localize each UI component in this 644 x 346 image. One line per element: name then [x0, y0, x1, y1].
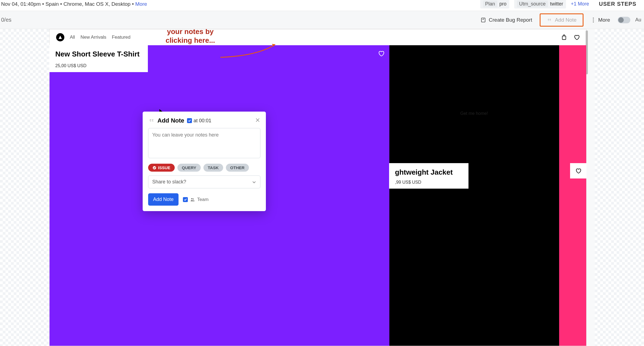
team-icon [190, 197, 195, 202]
quote-icon [148, 117, 155, 124]
more-label: More [598, 17, 610, 23]
tag-key: Utm_source [517, 1, 548, 7]
svg-point-3 [191, 198, 193, 199]
product-price: 25,00 US$ USD [55, 63, 142, 68]
tag-utm[interactable]: Utm_source twitter [514, 0, 566, 8]
timestamp-checkbox[interactable]: at 00:01 [187, 118, 211, 124]
product-price: ,99 US$ USD [395, 180, 462, 185]
nav-link-new[interactable]: New Arrivals [81, 35, 106, 40]
product-label: New Short Sleeve T-Shirt 25,00 US$ USD [49, 45, 148, 72]
note-category-chips: ISSUE QUERY TASK OTHER [148, 164, 260, 172]
heart-icon [575, 168, 581, 174]
replay-canvas: You can add your notes by clicking here.… [0, 29, 644, 346]
more-menu-button[interactable]: More [588, 14, 613, 26]
store-header: All New Arrivals Featured [50, 29, 586, 45]
meta-more-link[interactable]: More [135, 1, 147, 7]
svg-rect-0 [481, 18, 485, 22]
submit-label: Add Note [153, 197, 174, 202]
svg-point-4 [193, 198, 194, 199]
timestamp-label: at 00:01 [194, 118, 211, 124]
product-title: ghtweight Jacket [395, 168, 462, 177]
checkbox-icon [187, 118, 192, 123]
tag-val: pro [499, 1, 507, 7]
meta-right: Plan pro Utm_source twitter +1 More USER… [480, 0, 641, 8]
chip-issue[interactable]: ISSUE [148, 164, 175, 172]
create-bug-button[interactable]: Create Bug Report [478, 15, 535, 25]
submit-note-button[interactable]: Add Note [148, 193, 179, 206]
session-meta-text: Nov 04, 01:40pm • Spain • Chrome, Mac OS… [1, 1, 135, 7]
canvas-gutter-left [0, 29, 49, 346]
nav-link-all[interactable]: All [70, 35, 75, 40]
autoplay-toggle[interactable] [618, 17, 630, 23]
placeholder-text: Get me home! [389, 111, 559, 116]
product-card-pink[interactable] [559, 45, 586, 346]
select-label: Share to slack? [152, 179, 186, 185]
chip-label: TASK [208, 165, 219, 170]
session-meta: Nov 04, 01:40pm • Spain • Chrome, Mac OS… [0, 1, 147, 7]
chip-other[interactable]: OTHER [226, 164, 249, 172]
add-note-modal: Add Note at 00:01 ISSUE QUERY TASK OTHER [143, 112, 266, 211]
product-title: New Short Sleeve T-Shirt [55, 50, 142, 58]
team-checkbox[interactable]: Team [183, 197, 209, 202]
kebab-icon [591, 16, 596, 24]
close-icon [255, 117, 260, 123]
callout-line: clicking here... [152, 36, 229, 45]
store-logo-icon [58, 35, 62, 39]
svg-rect-1 [562, 36, 566, 39]
add-note-highlighted: Add Note [540, 13, 583, 27]
chip-label: OTHER [230, 165, 245, 170]
wishlist-button[interactable] [378, 50, 384, 58]
autoplay-label: Au [635, 17, 641, 23]
annotation-callout: You can add your notes by clicking here.… [152, 29, 229, 45]
create-bug-label: Create Bug Report [489, 17, 532, 23]
chip-label: ISSUE [158, 165, 170, 170]
add-note-label: Add Note [555, 17, 576, 23]
chip-query[interactable]: QUERY [177, 164, 201, 172]
tag-plan[interactable]: Plan pro [480, 0, 509, 8]
annotation-arrow [219, 42, 279, 60]
team-label: Team [197, 197, 209, 202]
quote-icon [547, 17, 552, 23]
heart-icon [378, 50, 384, 57]
nav-link-featured[interactable]: Featured [112, 35, 130, 40]
chip-task[interactable]: TASK [203, 164, 223, 172]
product-grid: New Short Sleeve T-Shirt 25,00 US$ USD G… [50, 45, 586, 346]
callout-line: your notes by [152, 29, 229, 36]
modal-title: Add Note [157, 117, 184, 124]
close-modal-button[interactable] [255, 117, 260, 124]
product-card-black[interactable]: Get me home! ghtweight Jacket ,99 US$ US… [389, 45, 559, 346]
note-textarea[interactable] [148, 128, 260, 158]
chip-label: QUERY [182, 165, 196, 170]
action-bar: 0/es Create Bug Report Add Note More Au [0, 11, 644, 29]
tag-key: Plan [483, 1, 497, 7]
session-viewport: All New Arrivals Featured New Short Slee… [49, 29, 586, 346]
check-circle-icon [153, 166, 156, 170]
bug-report-icon [481, 17, 486, 23]
url-path: 0/es [1, 17, 12, 23]
share-slack-select[interactable]: Share to slack? [148, 175, 260, 188]
chevron-down-icon [252, 180, 256, 184]
user-steps-heading: USER STEPS [594, 1, 641, 7]
product-label: ghtweight Jacket ,99 US$ USD [389, 163, 468, 189]
store-logo[interactable] [56, 33, 64, 41]
meta-bar: Nov 04, 01:40pm • Spain • Chrome, Mac OS… [0, 0, 644, 11]
bag-icon[interactable] [561, 34, 567, 40]
checkbox-icon [183, 197, 188, 202]
canvas-gutter-right [595, 29, 644, 346]
wishlist-button[interactable] [570, 163, 586, 178]
heart-icon[interactable] [574, 34, 580, 40]
tags-more[interactable]: +1 More [571, 1, 589, 7]
tag-val: twitter [550, 1, 563, 7]
add-note-button[interactable]: Add Note [544, 15, 579, 25]
